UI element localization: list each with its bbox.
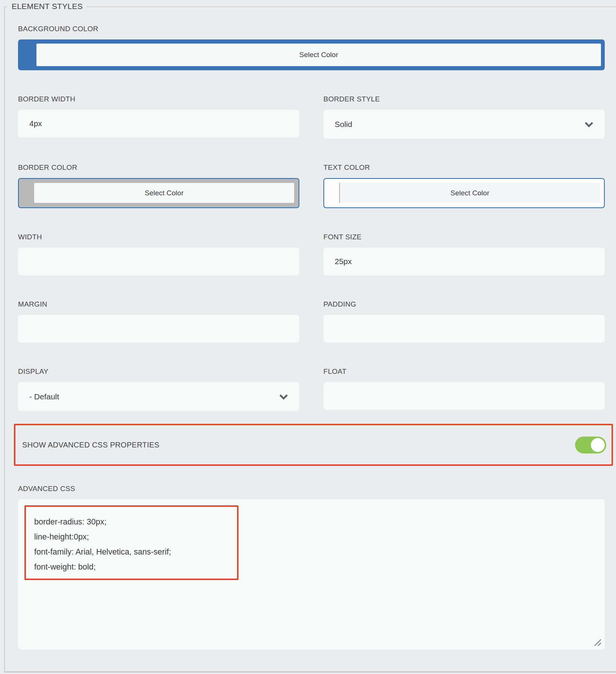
advanced-css-row: ADVANCED CSS border-radius: 30px; line-h… — [18, 485, 605, 650]
border-style-field: BORDER STYLE Solid — [323, 95, 605, 139]
css-line: font-weight: bold; — [34, 559, 231, 574]
float-label: FLOAT — [323, 367, 605, 376]
display-field: DISPLAY - Default — [18, 367, 299, 411]
font-size-label: FONT SIZE — [323, 233, 605, 242]
border-width-field: BORDER WIDTH — [18, 95, 299, 139]
advanced-css-toggle[interactable] — [575, 437, 606, 453]
border-color-picker-button[interactable]: Select Color — [18, 178, 299, 208]
border-style-select[interactable]: Solid — [323, 110, 605, 139]
font-size-field: FONT SIZE — [323, 233, 605, 275]
panel-legend: ELEMENT STYLES — [8, 2, 87, 11]
text-color-label: TEXT COLOR — [323, 163, 605, 172]
chevron-down-icon — [278, 391, 290, 403]
border-row: BORDER WIDTH BORDER STYLE Solid — [18, 95, 605, 139]
layout-row: DISPLAY - Default FLOAT — [18, 367, 605, 411]
toggle-knob-icon — [591, 438, 605, 452]
display-select[interactable]: - Default — [18, 382, 299, 411]
display-label: DISPLAY — [18, 367, 299, 376]
advanced-css-toggle-label: SHOW ADVANCED CSS PROPERTIES — [22, 441, 160, 449]
display-value: - Default — [29, 392, 59, 401]
css-line: line-height:0px; — [34, 529, 231, 544]
border-color-label: BORDER COLOR — [18, 163, 299, 172]
css-line: font-family: Arial, Helvetica, sans-seri… — [34, 544, 231, 559]
spacing-row: MARGIN PADDING — [18, 300, 605, 343]
advanced-css-field: ADVANCED CSS border-radius: 30px; line-h… — [18, 485, 605, 650]
border-color-field: BORDER COLOR Select Color — [18, 163, 299, 208]
font-size-input[interactable] — [323, 248, 605, 275]
advanced-css-toggle-row-annotation: SHOW ADVANCED CSS PROPERTIES — [14, 424, 613, 466]
chevron-down-icon — [583, 118, 595, 130]
margin-field: MARGIN — [18, 300, 299, 343]
element-styles-panel: ELEMENT STYLES BACKGROUND COLOR Select C… — [4, 6, 616, 672]
background-color-row: BACKGROUND COLOR Select Color — [18, 25, 605, 70]
color-row: BORDER COLOR Select Color TEXT COLOR Sel… — [18, 163, 605, 208]
border-style-value: Solid — [335, 120, 352, 129]
border-width-input[interactable] — [18, 110, 299, 138]
width-label: WIDTH — [18, 233, 299, 242]
text-color-picker-button[interactable]: Select Color — [323, 178, 605, 208]
resize-handle-icon[interactable] — [593, 638, 602, 647]
margin-label: MARGIN — [18, 300, 299, 309]
float-input[interactable] — [323, 382, 605, 410]
width-field: WIDTH — [18, 233, 299, 275]
border-style-label: BORDER STYLE — [323, 95, 605, 104]
text-color-select-button[interactable]: Select Color — [339, 183, 600, 203]
text-color-field: TEXT COLOR Select Color — [323, 163, 605, 208]
background-color-field: BACKGROUND COLOR Select Color — [18, 25, 605, 70]
background-color-select-button[interactable]: Select Color — [36, 44, 601, 66]
float-field: FLOAT — [323, 367, 605, 411]
margin-input[interactable] — [18, 315, 299, 343]
border-color-select-button[interactable]: Select Color — [34, 183, 294, 203]
advanced-css-textarea[interactable]: border-radius: 30px; line-height:0px; fo… — [18, 499, 605, 650]
padding-label: PADDING — [323, 300, 605, 309]
border-width-label: BORDER WIDTH — [18, 95, 299, 104]
advanced-css-code-annotation: border-radius: 30px; line-height:0px; fo… — [24, 505, 239, 580]
background-color-label: BACKGROUND COLOR — [18, 25, 605, 34]
size-row: WIDTH FONT SIZE — [18, 233, 605, 275]
css-line: border-radius: 30px; — [34, 514, 231, 529]
advanced-css-label: ADVANCED CSS — [18, 485, 605, 494]
width-input[interactable] — [18, 248, 299, 275]
padding-field: PADDING — [323, 300, 605, 343]
background-color-picker-button[interactable]: Select Color — [18, 39, 605, 70]
padding-input[interactable] — [323, 315, 605, 343]
